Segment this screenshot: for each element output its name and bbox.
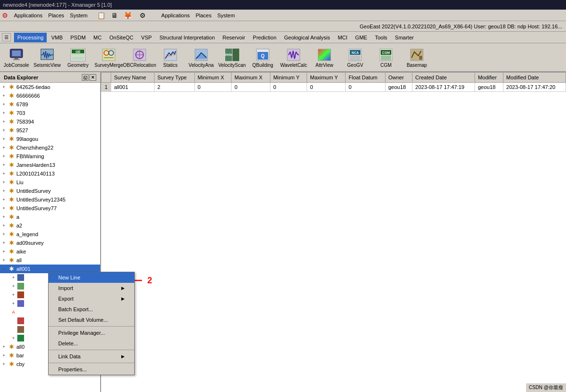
col-min-x[interactable]: Minimum X [194, 73, 232, 83]
tree-item-6789[interactable]: + ✱ 6789 [0, 100, 100, 109]
context-menu-set-default-volume[interactable]: Set Default Volume... [49, 315, 134, 325]
tree-item-a-legend[interactable]: + ✱ a_legend [0, 230, 100, 239]
col-created-date[interactable]: Created Date [412, 73, 475, 83]
context-menu-import[interactable]: Import ▶ [49, 283, 134, 293]
col-modified-date[interactable]: Modified Date [503, 73, 566, 83]
tree-item-642625[interactable]: + ✱ 642625-tiedao [0, 83, 100, 91]
tree-item-ad09survey[interactable]: + ✱ ad09survey [0, 239, 100, 247]
app-menu-places-2[interactable]: Places [195, 13, 211, 18]
status-text: CSDN @你最瘦 [529, 385, 563, 390]
menu-reservoir[interactable]: Reservoir [219, 33, 248, 42]
menu-smarter[interactable]: Smarter [392, 33, 417, 42]
cell-max-y-1: 0 [307, 83, 346, 92]
menu-mci[interactable]: MCI [334, 33, 351, 42]
toolbar-waveletcalc[interactable]: WaveletCalc [279, 44, 308, 70]
tree-item-aike[interactable]: + ✱ aike [0, 247, 100, 256]
cell-modified-date-1: 2023-08-17 17:47:20 [503, 83, 566, 92]
menu-processing[interactable]: Processing [14, 33, 47, 42]
tree-item-703[interactable]: + ✱ 703 [0, 109, 100, 117]
tree-item-758394[interactable]: + ✱ 758394 [0, 117, 100, 126]
surveymerge-icon [101, 47, 116, 63]
tree-item-untitledsurvey12345[interactable]: + ✱ UntitledSurvey12345 [0, 195, 100, 204]
svg-text:GE: GE [76, 50, 80, 53]
menu-prediction[interactable]: Prediction [249, 33, 280, 42]
svg-rect-21 [232, 49, 239, 61]
col-max-y[interactable]: Maximum Y [307, 73, 346, 83]
app-menu-applications-1[interactable]: Applications [14, 13, 42, 18]
import-arrow-icon: ▶ [121, 286, 125, 291]
sidebar-close-btn[interactable]: ✕ [90, 74, 96, 81]
tree-item-chenzhiheng22[interactable]: + ✱ Chenzhiheng22 [0, 143, 100, 152]
tree-item-9527[interactable]: + ✱ 9527 [0, 126, 100, 135]
toolbar-qbuilding[interactable]: Q QBuilding [248, 44, 277, 70]
context-menu-privilege-manager[interactable]: Privilege Manager... [49, 328, 134, 338]
tree-item-a[interactable]: + ✱ a [0, 213, 100, 221]
row-num-1: 1 [102, 83, 111, 92]
tree-item-jamesharden13[interactable]: + ✱ JamesHarden13 [0, 161, 100, 169]
toolbar-obcrelocation-label: OBCRelocation [123, 63, 156, 68]
toolbar-obcrelocation[interactable]: OBCRelocation [125, 44, 154, 70]
menu-structural[interactable]: Structural Interpretation [156, 33, 218, 42]
toolbar-statics[interactable]: Statics [156, 44, 185, 70]
tree-item-fbiwarning[interactable]: + ✱ FBIWarning [0, 152, 100, 161]
col-min-y[interactable]: Minimum Y [270, 73, 307, 83]
cell-float-datum-1: 0 [346, 83, 385, 92]
toolbar-jobconsole-label: JobConsole [4, 63, 29, 68]
col-modifier[interactable]: Modifier [475, 73, 503, 83]
menu-gme[interactable]: GME [352, 33, 371, 42]
col-owner[interactable]: Owner [385, 73, 412, 83]
tree-item-untitledsurvey77[interactable]: + ✱ UntitledSurvey77 [0, 204, 100, 213]
col-float-datum[interactable]: Float Datum [346, 73, 385, 83]
col-survey-type[interactable]: Survey Type [154, 73, 194, 83]
toolbar-jobconsole[interactable]: JobConsole [2, 44, 31, 70]
toolbar-cgm[interactable]: CGM CGM [372, 44, 400, 70]
context-menu-new-line[interactable]: New Line [49, 272, 134, 283]
toolbar-geometry[interactable]: GE Geometry [64, 44, 92, 70]
tree-item-untitledsurvey[interactable]: + ✱ UntitledSurvey [0, 187, 100, 195]
context-menu-link-data[interactable]: Link Data ▶ [49, 351, 134, 362]
tree-item-a2[interactable]: + ✱ a2 [0, 221, 100, 230]
tree-item-liu[interactable]: + ✱ Liu [0, 178, 100, 187]
col-survey-name[interactable]: Survey Name [111, 73, 154, 83]
toolbar: JobConsole SeismicView GE Geometry [0, 43, 566, 72]
tree-item-66666666[interactable]: + ✱ 66666666 [0, 91, 100, 100]
sidebar-restore-btn[interactable]: ◱ [82, 74, 89, 81]
tree-item-all[interactable]: + ✱ all [0, 256, 100, 265]
basemap-icon [409, 47, 424, 63]
menu-psdm[interactable]: PSDM [67, 33, 89, 42]
context-menu-batch-export[interactable]: Batch Export... [49, 304, 134, 315]
app-menu-system-1[interactable]: System [70, 13, 88, 18]
menu-onsiteqc[interactable]: OnSiteQC [106, 33, 137, 42]
title-text: newnode4 [newnode4:177] - Xmanager 5 [1.… [3, 2, 112, 8]
context-menu-export[interactable]: Export ▶ [49, 293, 134, 304]
menu-geological[interactable]: Geological Analysis [281, 33, 333, 42]
toolbar-seismicview[interactable]: SeismicView [33, 44, 62, 70]
app-menu-places-1[interactable]: Places [48, 13, 64, 18]
context-menu-properties[interactable]: Properties... [49, 364, 134, 375]
toolbar-velocityana[interactable]: VelocityAna [187, 44, 216, 70]
monitor-icon [9, 47, 24, 63]
menu-tools[interactable]: Tools [372, 33, 391, 42]
toolbar-attrview-label: AttrView [315, 63, 333, 68]
svg-text:Velo: Velo [225, 52, 232, 57]
menu-vmb[interactable]: VMB [48, 33, 66, 42]
toolbar-attrview[interactable]: AttrView [310, 44, 339, 70]
menu-icon[interactable]: ☰ [2, 33, 11, 41]
toolbar-surveymerge[interactable]: SurveyMerge [94, 44, 123, 70]
cell-survey-name-1: all001 [111, 83, 154, 92]
cell-created-date-1: 2023-08-17 17:47:19 [412, 83, 475, 92]
tree-item-99laogou[interactable]: + ✱ 99laogou [0, 135, 100, 143]
velocityscan-icon: Velo [224, 47, 240, 63]
col-max-x[interactable]: Maximum X [232, 73, 270, 83]
menu-vsp[interactable]: VSP [138, 33, 155, 42]
toolbar-basemap[interactable]: Basemap [402, 44, 431, 70]
menu-mc[interactable]: MC [90, 33, 105, 42]
app-menu-applications-2[interactable]: Applications [161, 13, 190, 18]
context-menu-delete[interactable]: Delete... [49, 338, 134, 349]
tree-item-l200102140113[interactable]: + ✱ L200102140113 [0, 169, 100, 178]
toolbar-velocityscan[interactable]: Velo VelocityScan [218, 44, 246, 70]
app-menu-system-2[interactable]: System [217, 13, 235, 18]
toolbar-basemap-label: Basemap [407, 63, 427, 68]
toolbar-geogv[interactable]: NCA GeoGV [341, 44, 370, 70]
toolbar-qbuilding-label: QBuilding [252, 63, 273, 68]
